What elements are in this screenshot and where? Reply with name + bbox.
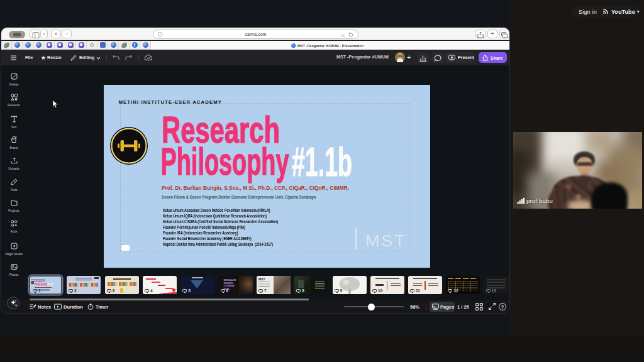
svg-text:Prof. Dr. Burhan Bungin, S.Sos: Prof. Dr. Burhan Bungin, S.Sos., M.Si., … — [162, 184, 349, 191]
svg-text:#1.1b: #1.1b — [292, 140, 352, 185]
svg-text:Dosen Fikom & Dosen Program Do: Dosen Fikom & Dosen Program Doktor Ekono… — [162, 195, 316, 200]
svg-text:ʕƛ: ʕƛ — [341, 33, 345, 37]
svg-text:Philosophy: Philosophy — [161, 140, 289, 183]
